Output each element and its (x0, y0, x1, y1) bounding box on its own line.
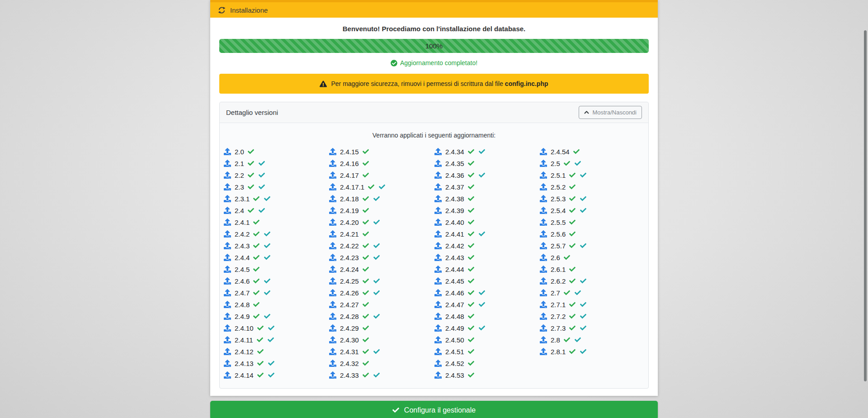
version-item: 2.4.38 (434, 193, 539, 204)
configure-button[interactable]: Configura il gestionale (210, 401, 658, 418)
upload-icon (329, 218, 336, 226)
version-item: 2.4.37 (434, 181, 539, 193)
versions-panel-body: Verranno applicati i seguenti aggiorname… (220, 123, 648, 388)
version-label: 2.5.5 (551, 218, 566, 226)
version-item: 2.4.27 (329, 299, 434, 310)
version-item: 2.7 (539, 287, 645, 299)
version-item: 2.5.5 (539, 216, 645, 228)
upload-icon (434, 171, 442, 179)
version-item: 2.6 (539, 252, 645, 263)
version-item: 2.0 (223, 146, 329, 157)
version-item: 2.4.39 (434, 204, 539, 216)
warning-text: Per maggiore sicurezza, rimuovi i permes… (331, 80, 548, 87)
version-label: 2.8 (551, 336, 560, 344)
check-icon-applied (468, 195, 474, 202)
version-label: 2.4.25 (340, 277, 359, 285)
check-icon-verified (373, 254, 380, 261)
progress-bar: 100% (219, 39, 649, 53)
show-hide-button[interactable]: Mostra/Nascondi (579, 106, 642, 119)
upload-icon (434, 301, 442, 308)
version-label: 2.4.22 (340, 242, 359, 250)
upload-icon (224, 230, 231, 238)
check-icon-verified (264, 231, 270, 237)
check-icon-applied (363, 325, 369, 331)
versions-grid: 2.0 2.1 2.2 2. (223, 146, 645, 381)
upload-icon (540, 348, 547, 355)
check-icon-applied (573, 148, 580, 155)
upload-icon (224, 313, 231, 320)
version-label: 2.4.4 (235, 254, 250, 261)
check-icon-verified (259, 160, 265, 166)
check-icon-verified (580, 348, 586, 355)
check-icon-verified (580, 207, 586, 214)
check-icon-applied (363, 313, 369, 319)
upload-icon (434, 371, 442, 379)
upload-icon (434, 160, 442, 167)
version-item: 2.6.2 (539, 275, 645, 287)
check-icon-verified (373, 195, 380, 202)
upload-icon (224, 218, 231, 226)
install-page: Installazione Benvenuto! Procediamo con … (210, 0, 658, 418)
version-label: 2.4.31 (340, 348, 359, 356)
upload-icon (434, 242, 442, 249)
scrollbar-thumb[interactable] (864, 30, 867, 381)
version-label: 2.4.15 (340, 148, 359, 156)
check-icon-verified (268, 325, 274, 331)
check-icon-verified (580, 172, 586, 178)
version-label: 2.4.7 (235, 289, 250, 297)
version-item: 2.4.53 (434, 369, 539, 381)
upload-icon (224, 289, 231, 296)
version-item: 2.4.46 (434, 287, 539, 299)
check-icon-verified (373, 372, 380, 378)
check-icon-applied (363, 337, 369, 343)
welcome-message: Benvenuto! Procediamo con l'installazion… (219, 25, 649, 33)
version-item: 2.4.26 (329, 287, 434, 299)
check-icon-verified (575, 290, 581, 296)
version-label: 2.4.51 (445, 348, 464, 356)
check-icon-applied (363, 219, 369, 225)
version-label: 2.4.39 (445, 207, 464, 214)
version-label: 2.4.21 (340, 230, 359, 238)
upload-icon (540, 324, 547, 332)
version-label: 2.4.46 (445, 289, 464, 297)
check-icon-applied (569, 219, 576, 225)
versions-column: 2.0 2.1 2.2 2. (223, 146, 329, 381)
check-icon-verified (268, 372, 274, 378)
upload-icon (434, 218, 442, 226)
version-label: 2.7.3 (551, 324, 566, 332)
check-icon-applied (569, 313, 576, 319)
version-label: 2.4.13 (235, 360, 254, 367)
check-icon-applied (569, 195, 576, 202)
check-icon-applied (253, 290, 259, 296)
version-label: 2.4.3 (235, 242, 250, 250)
check-icon-applied (468, 301, 474, 308)
check-icon-applied (253, 231, 259, 237)
upload-icon (434, 289, 442, 296)
upload-icon (329, 289, 336, 296)
version-item: 2.5.2 (539, 181, 645, 193)
upload-icon (224, 336, 231, 343)
upload-icon (540, 195, 547, 202)
chevron-up-icon (584, 110, 589, 115)
check-icon-applied (468, 172, 474, 178)
upload-icon (329, 171, 336, 179)
upload-icon (224, 324, 231, 332)
check-icon-verified (479, 325, 485, 331)
upload-icon (434, 254, 442, 261)
check-icon-applied (257, 348, 264, 355)
version-label: 2.4.52 (445, 360, 464, 367)
upload-icon (540, 336, 547, 343)
version-item: 2.8 (539, 334, 645, 346)
upload-icon (329, 230, 336, 238)
version-item: 2.4.20 (329, 216, 434, 228)
check-icon-verified (580, 278, 586, 284)
check-icon-applied (253, 242, 259, 249)
version-label: 2.4.38 (445, 195, 464, 203)
upload-icon (434, 277, 442, 285)
version-item: 2.4.31 (329, 346, 434, 357)
upload-icon (434, 360, 442, 367)
upload-icon (434, 324, 442, 332)
version-item: 2.4.10 (223, 322, 329, 334)
updates-intro: Verranno applicati i seguenti aggiorname… (223, 132, 645, 139)
check-icon-applied (468, 266, 474, 272)
